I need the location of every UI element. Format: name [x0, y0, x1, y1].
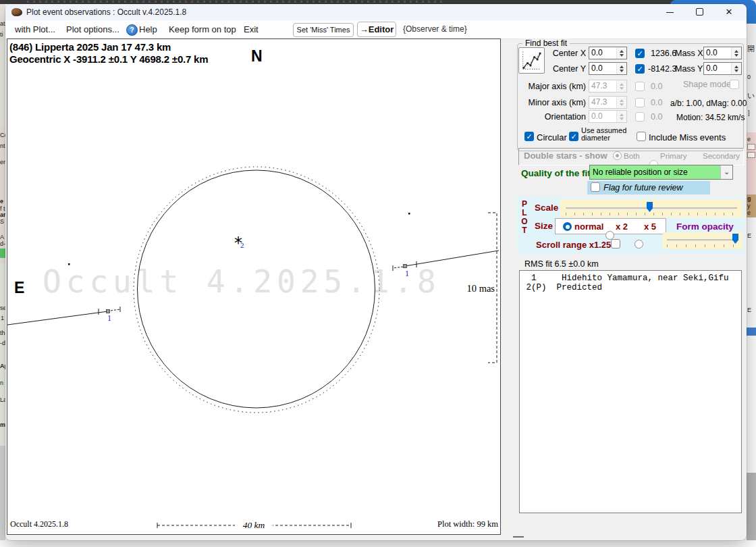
size-x2-label: x 2 [616, 222, 628, 232]
size-x5-radio[interactable] [634, 240, 643, 249]
spinner-arrows[interactable] [616, 63, 626, 74]
y-offset-checkbox[interactable]: ✓ [635, 64, 645, 74]
spinner-arrows[interactable] [731, 47, 741, 59]
circular-checkbox[interactable]: ✓ [524, 132, 534, 141]
window-edge-fragment: th [0, 330, 5, 336]
use-assumed-diameter-label: Use assumed diameter [581, 127, 631, 142]
scale-slider-thumb[interactable] [647, 202, 653, 212]
shape-model-label: Shape model [683, 80, 733, 89]
scale-slider[interactable] [560, 199, 742, 217]
center-y-spinner[interactable]: 0.0 [589, 62, 627, 75]
window-edge-fragment: y [747, 203, 751, 209]
mass-y-label: Mass Y [675, 64, 703, 74]
motion-label: Motion: 34.52 km/s [676, 113, 745, 122]
quality-dropdown[interactable]: No reliable position or size ⌄ [589, 165, 733, 180]
form-opacity-label: Form opacity [676, 222, 734, 232]
window-edge-fragment: er [0, 159, 5, 165]
window-edge-fragment: La [0, 397, 5, 403]
y-offset-value: -8142.3 [648, 64, 676, 74]
background-green-field [0, 249, 5, 258]
window-edge-fragment: A [0, 234, 4, 240]
background-window-right-sliver: 開 0 い ] e g y e E E [747, 24, 756, 540]
set-miss-times-button[interactable]: Set 'Miss' Times [293, 23, 354, 37]
chevron-down-icon[interactable]: ⌄ [720, 165, 732, 179]
window-edge-fragment: ti [0, 32, 3, 38]
menu-exit[interactable]: Exit [244, 20, 259, 38]
scroll-range-checkbox[interactable] [611, 239, 620, 249]
size-normal-label: normal [574, 222, 603, 232]
help-icon[interactable]: ? [126, 24, 138, 36]
close-button[interactable]: ✕ [714, 4, 744, 20]
use-assumed-diameter-checkbox[interactable]: ✓ [569, 132, 578, 141]
window-edge-fragment: at [0, 21, 5, 27]
x-offset-value: 1236.6 [651, 49, 676, 58]
plot-canvas[interactable]: (846) Lipperta 2025 Jan 17 47.3 km Geoce… [7, 38, 501, 535]
window-edge-fragment: 0 [747, 74, 751, 80]
include-miss-checkbox[interactable] [637, 132, 646, 141]
form-opacity-slider[interactable] [663, 232, 742, 249]
window-edge-fragment: い [747, 93, 755, 99]
footer-plot-width: Plot width: 99 km [399, 519, 498, 529]
window-edge-fragment: e [0, 199, 3, 205]
occultation-plot: 1 1 * 2 10 mas [7, 39, 500, 534]
size-x5-label: x 5 [644, 222, 656, 232]
quality-label: Quality of the fit [521, 168, 591, 178]
footer-version: Occult 4.2025.1.8 [10, 519, 68, 529]
spinner-arrows [616, 97, 626, 108]
major-offset-checkbox [635, 82, 645, 91]
chord-right-label: 1 [405, 269, 409, 278]
minimize-button[interactable] [655, 4, 684, 20]
orientation-spinner[interactable]: 0.0 [589, 110, 627, 123]
km-scale-label: 40 km [243, 520, 265, 530]
center-x-spinner[interactable]: 0.0 [589, 47, 627, 59]
resize-handle[interactable] [513, 536, 524, 538]
flag-review-label: Flag for future review [603, 183, 682, 192]
menu-plot-options[interactable]: Plot options... [66, 20, 119, 38]
background-selection-bar [747, 328, 756, 336]
shape-model-checkbox [730, 80, 739, 89]
mass-y-spinner[interactable]: 0.0 [703, 62, 742, 75]
form-opacity-slider-thumb[interactable] [732, 234, 738, 244]
window-title: Plot event observations : Occult v.4.202… [26, 4, 186, 20]
maximize-button[interactable] [684, 4, 714, 20]
size-radio-group: normal x 2 x 5 [555, 218, 666, 234]
x-offset-checkbox[interactable]: ✓ [635, 49, 645, 58]
observer-listbox[interactable]: 1 Hidehito Yamamura, near Seki,Gifu 2(P)… [519, 270, 742, 513]
chord-left-label: 1 [107, 313, 111, 323]
app-icon [11, 8, 22, 16]
window-edge-fragment: 1 [1, 315, 4, 321]
major-axis-spinner[interactable]: 47.3 [589, 80, 627, 93]
fitted-circle [138, 170, 375, 408]
window-edge-fragment: E [747, 307, 751, 313]
window-edge-fragment: ] [748, 110, 750, 116]
window-edge-fragment: -d [0, 340, 5, 346]
minor-axis-spinner[interactable]: 47.3 [589, 96, 627, 109]
center-x-label: Center X [529, 49, 586, 58]
window-edge-fragment: e [747, 210, 751, 216]
orientation-offset-checkbox [635, 112, 645, 122]
observer-row[interactable]: 1 Hidehito Yamamura, near Seki,Gifu [521, 274, 741, 283]
spinner-arrows[interactable] [616, 47, 626, 59]
spinner-arrows [616, 111, 626, 122]
circular-label: Circular [537, 132, 567, 142]
background-window-left-sliver: at ti Co nt er e f t ar S A d- se 1 th -… [0, 4, 5, 540]
title-bar[interactable]: Plot event observations : Occult v.4.202… [5, 4, 747, 20]
minor-axis-label: Minor axis (km) [505, 98, 586, 107]
minor-offset-value: 0.0 [651, 98, 662, 107]
orientation-label: Orientation [505, 112, 586, 122]
observer-row[interactable]: 2(P) Predicted [521, 283, 741, 292]
menu-keep-on-top[interactable]: Keep form on top [169, 20, 236, 38]
star-marker-label: 2 [240, 241, 244, 249]
mass-x-spinner[interactable]: 0.0 [703, 47, 742, 59]
menu-help[interactable]: Help [139, 20, 157, 38]
menu-with-plot[interactable]: with Plot... [15, 20, 55, 38]
size-label: Size [535, 221, 553, 231]
editor-button[interactable]: →Editor [357, 22, 396, 37]
screen: at ti Co nt er e f t ar S A d- se 1 th -… [0, 0, 756, 547]
background-top-strip-texture [27, 1, 446, 3]
size-normal-radio[interactable] [563, 222, 572, 231]
window-edge-fragment: g [747, 196, 751, 202]
flag-review-checkbox[interactable] [591, 182, 600, 192]
spinner-arrows[interactable] [731, 63, 741, 74]
observer-time-label: {Observer & time} [403, 20, 467, 38]
